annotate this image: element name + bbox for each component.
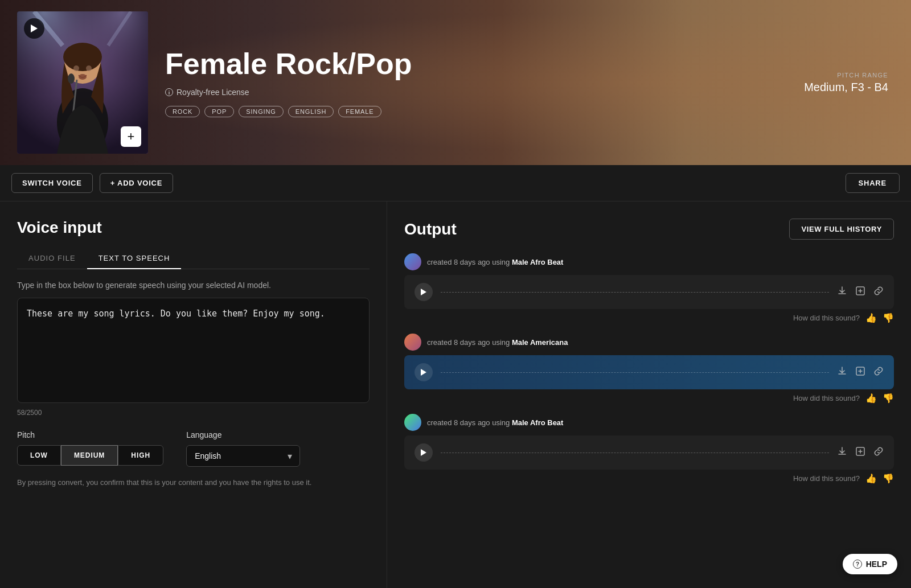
output-meta-text: created 8 days ago using Male Americana [427,338,568,347]
language-label: Language [186,430,300,439]
hero-tag: FEMALE [338,106,381,117]
waveform [441,447,829,458]
voice-input-panel: Voice input AUDIO FILE TEXT TO SPEECH Ty… [0,202,387,588]
feedback-label: How did this sound? [793,394,860,402]
output-item: created 8 days ago using Male Afro Beat [404,253,894,323]
waveform-line [441,453,829,453]
switch-voice-button[interactable]: SWITCH VOICE [11,173,93,193]
hero-title: Female Rock/Pop [165,48,894,80]
avatar [404,334,421,351]
svg-point-8 [79,74,87,80]
waveform [441,286,829,298]
pitch-range-label: PITCH RANGE [804,72,888,79]
download-button[interactable] [837,366,847,379]
waveform-line [441,372,829,373]
main-layout: Voice input AUDIO FILE TEXT TO SPEECH Ty… [0,202,911,588]
pitch-buttons: LOW MEDIUM HIGH [17,445,163,466]
add-to-project-button[interactable] [855,286,865,298]
download-button[interactable] [837,286,847,298]
svg-marker-13 [31,24,38,32]
thumbs-down-button[interactable]: 👎 [883,473,894,484]
help-button[interactable]: ? HELP [843,554,897,574]
audio-player [404,435,894,470]
view-full-history-button[interactable]: VIEW FULL HISTORY [789,219,894,240]
pitch-low-button[interactable]: LOW [17,445,61,466]
add-voice-button[interactable]: + ADD VOICE [100,173,174,193]
output-voice-name: Male Americana [512,338,568,347]
voice-input-title: Voice input [17,219,370,237]
play-button[interactable] [415,443,433,462]
tabs: AUDIO FILE TEXT TO SPEECH [17,248,370,269]
hero-pitch: PITCH RANGE Medium, F3 - B4 [804,72,888,94]
svg-marker-16 [421,289,426,295]
waveform [441,367,829,378]
hero-tag: POP [204,106,234,117]
hero-tag: ROCK [165,106,200,117]
tab-audio-file[interactable]: AUDIO FILE [17,248,87,269]
hero-tag: ENGLISH [288,106,334,117]
output-item: created 8 days ago using Male Americana [404,334,894,404]
thumbs-up-button[interactable]: 👍 [865,312,877,323]
pitch-medium-button[interactable]: MEDIUM [61,445,118,466]
feedback-row: How did this sound? 👍 👎 [404,473,894,484]
output-item-meta: created 8 days ago using Male Americana [404,334,894,351]
info-icon: i [165,88,173,96]
tab-hint: Type in the box below to generate speech… [17,281,370,290]
pitch-range-value: Medium, F3 - B4 [804,81,888,94]
output-item: created 8 days ago using Male Afro Beat [404,414,894,484]
hero-tags: ROCKPOPSINGINGENGLISHFEMALE [165,106,894,117]
play-button[interactable] [415,283,433,301]
hero-add-button[interactable]: + [121,126,141,147]
player-icons [837,366,884,379]
output-voice-name: Male Afro Beat [512,258,564,266]
feedback-row: How did this sound? 👍 👎 [404,312,894,323]
output-header: Output VIEW FULL HISTORY [404,219,894,240]
thumbs-down-button[interactable]: 👎 [883,393,894,404]
lyrics-textarea[interactable] [17,298,370,403]
disclaimer: By pressing convert, you confirm that th… [17,478,370,487]
copy-link-button[interactable] [873,366,884,379]
svg-point-5 [63,43,102,71]
waveform-line [441,292,829,293]
thumbs-up-button[interactable]: 👍 [865,393,877,404]
svg-text:?: ? [856,561,859,568]
avatar [404,253,421,270]
add-to-project-button[interactable] [855,366,865,379]
thumbs-down-button[interactable]: 👎 [883,312,894,323]
player-icons [837,446,884,459]
output-panel: Output VIEW FULL HISTORY created 8 days … [387,202,911,588]
play-button[interactable] [415,363,433,381]
add-to-project-button[interactable] [855,446,865,459]
audio-player [404,355,894,389]
hero-license: i Royalty-free License [165,88,894,97]
output-items-list: created 8 days ago using Male Afro Beat [404,253,894,484]
help-label: HELP [866,560,887,569]
output-meta-text: created 8 days ago using Male Afro Beat [427,418,563,427]
hero-tag: SINGING [239,106,284,117]
output-title: Output [404,220,457,239]
feedback-row: How did this sound? 👍 👎 [404,393,894,404]
feedback-label: How did this sound? [793,474,860,483]
avatar [404,414,421,431]
share-button[interactable]: SHARE [846,173,900,193]
hero-info: Female Rock/Pop i Royalty-free License R… [165,48,894,117]
output-meta-text: created 8 days ago using Male Afro Beat [427,258,563,266]
svg-text:i: i [169,90,170,96]
tab-text-to-speech[interactable]: TEXT TO SPEECH [87,248,182,269]
thumbs-up-button[interactable]: 👍 [865,473,877,484]
language-group: Language English Spanish French German I… [186,430,300,467]
hero-play-button[interactable] [24,18,44,39]
copy-link-button[interactable] [873,286,884,298]
license-text: Royalty-free License [177,88,249,97]
help-icon: ? [853,560,862,569]
pitch-high-button[interactable]: HIGH [118,445,163,466]
player-icons [837,286,884,298]
copy-link-button[interactable] [873,446,884,459]
language-select[interactable]: English Spanish French German Italian [186,445,300,467]
svg-marker-18 [421,369,426,376]
svg-marker-20 [421,449,426,456]
language-select-wrap: English Spanish French German Italian [186,445,300,467]
hero-banner: + Female Rock/Pop i Royalty-free License… [0,0,911,165]
textarea-wrap [17,298,370,405]
download-button[interactable] [837,446,847,459]
